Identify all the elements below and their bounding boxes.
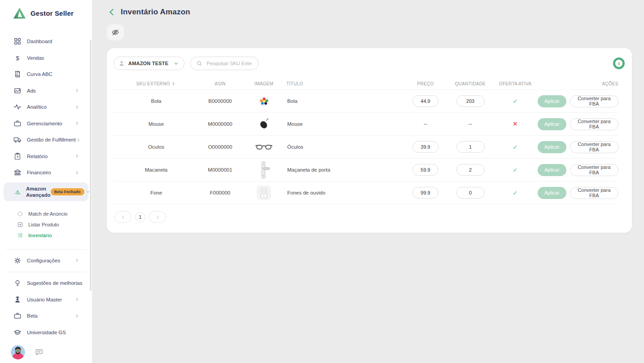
sidebar-item-label: Relatório <box>27 154 48 159</box>
chevron-left-icon <box>121 215 126 220</box>
cell-offer-status: ✓ <box>493 98 538 105</box>
sidebar-bottom-nav: Sugestões de melhorias Usuário Master Be… <box>0 275 92 341</box>
info-icon: i <box>613 57 625 70</box>
cell-title: Maçaneta de porta <box>286 167 403 173</box>
app-logo[interactable]: Gestor Seller <box>0 0 92 22</box>
convert-fba-button[interactable]: Converter para FBA <box>570 118 618 130</box>
cell-offer-status: ✓ <box>493 167 538 173</box>
hide-values-button[interactable] <box>107 24 124 40</box>
sidebar-subitem-label: Inventário <box>28 233 52 238</box>
sidebar-item-dashboard[interactable]: Dashboard <box>0 33 92 50</box>
cell-quantity <box>448 187 493 199</box>
sidebar-item-configuracoes[interactable]: Configurações <box>0 252 92 269</box>
door-handle-image <box>257 161 271 179</box>
column-header-sku-externo[interactable]: SKU EXTERNO <box>114 81 199 86</box>
amazon-icon: a <box>13 188 22 196</box>
cell-price <box>403 95 448 107</box>
match-icon <box>17 211 23 217</box>
curve-abc-icon <box>13 70 22 78</box>
apply-button[interactable]: Aplicar <box>538 95 566 107</box>
page-number[interactable]: 1 <box>135 212 145 222</box>
cell-price <box>403 164 448 176</box>
sidebar-item-label: Curva ABC <box>27 71 53 77</box>
eye-off-icon <box>111 28 119 36</box>
account-selector-value: AMAZON TESTE <box>128 61 168 66</box>
briefcase-icon <box>13 312 22 320</box>
convert-fba-button[interactable]: Converter para FBA <box>570 95 618 107</box>
sidebar-footer <box>0 345 92 363</box>
sidebar-item-financeiro[interactable]: Financeiro <box>0 164 92 181</box>
chevron-right-icon <box>74 258 79 263</box>
column-header-titulo: TÍTULO <box>286 81 403 86</box>
sidebar-item-label: Gestão de Fulfillment <box>27 137 76 142</box>
dollar-icon: $ <box>13 54 22 62</box>
account-selector[interactable]: AMAZON TESTE <box>114 57 184 70</box>
chat-icon[interactable] <box>35 348 44 357</box>
sidebar-item-label: Universidade GS <box>27 330 66 335</box>
sidebar-item-usuario-master[interactable]: Usuário Master <box>0 291 92 308</box>
quantity-input[interactable] <box>456 187 485 199</box>
quantity-input[interactable] <box>456 95 485 107</box>
report-icon: $ <box>13 152 22 160</box>
info-button[interactable]: i <box>613 57 625 70</box>
next-page-button[interactable] <box>149 211 166 223</box>
sidebar-item-gestao-de-fulfillment[interactable]: Gestão de Fulfillment <box>0 132 92 148</box>
cell-asin: F000000 <box>199 190 241 195</box>
sidebar-item-curva-abc[interactable]: Curva ABC <box>0 66 92 83</box>
briefcase-icon <box>13 120 22 128</box>
cell-title: Bola <box>286 98 403 104</box>
filter-row: AMAZON TESTE i <box>114 57 625 70</box>
sidebar-item-label: Gerenciamento <box>27 121 62 126</box>
table-body: Bola B0000000 Bola ✓ Aplicar Converter p… <box>114 89 618 204</box>
price-input[interactable] <box>412 164 438 176</box>
sidebar-item-universidade-gs[interactable]: Universidade GS <box>0 324 92 341</box>
sidebar-item-analitico[interactable]: Analítico <box>0 99 92 115</box>
sidebar-item-beta[interactable]: Beta <box>0 308 92 324</box>
price-input[interactable] <box>412 141 438 153</box>
back-button[interactable] <box>107 7 117 17</box>
user-avatar[interactable] <box>11 345 25 359</box>
sidebar-item-amazon-avancado[interactable]: a Amazon Avançado Beta Fechado <box>4 182 88 202</box>
quantity-input[interactable] <box>456 141 485 153</box>
convert-fba-button[interactable]: Converter para FBA <box>570 164 618 176</box>
search-input[interactable] <box>206 60 253 66</box>
sidebar-item-ads[interactable]: $ Ads <box>0 83 92 99</box>
cell-title: Mouse <box>286 121 403 127</box>
chevron-right-icon <box>74 170 79 175</box>
apply-button[interactable]: Aplicar <box>538 118 566 130</box>
sidebar-subitem-match-de-anuncio[interactable]: Match de Anúncio <box>0 208 92 219</box>
cell-sku: Fone <box>114 190 199 195</box>
cell-image <box>241 185 286 200</box>
cell-price <box>403 187 448 199</box>
gestor-seller-logo-icon <box>13 6 26 20</box>
sidebar-item-label: Analítico <box>27 104 47 110</box>
sidebar-scrollbar[interactable] <box>90 40 92 291</box>
table-row: Mouse M0000000 Mouse -- -- × Aplicar Con… <box>114 112 618 135</box>
prev-page-button[interactable] <box>114 211 131 223</box>
offer-inactive-cross-icon: × <box>513 120 517 128</box>
cell-price <box>403 141 448 153</box>
sidebar-subitem-listar-produto[interactable]: Listar Produto <box>0 219 92 230</box>
sidebar-subitem-inventario[interactable]: Inventário <box>0 230 92 241</box>
cell-actions: Aplicar Converter para FBA <box>538 164 618 176</box>
price-input[interactable] <box>412 187 438 199</box>
analytics-icon <box>13 103 22 111</box>
apply-button[interactable]: Aplicar <box>538 187 566 199</box>
chevron-right-icon <box>76 137 81 142</box>
apply-button[interactable]: Aplicar <box>538 164 566 176</box>
price-input[interactable] <box>412 95 438 107</box>
convert-fba-button[interactable]: Converter para FBA <box>570 141 618 153</box>
column-header-acoes: AÇÕES <box>538 81 618 86</box>
computer-mouse-image <box>257 117 271 131</box>
sidebar-item-vendas[interactable]: $ Vendas <box>0 50 92 66</box>
search-icon <box>196 60 202 66</box>
sidebar-item-sugestoes-de-melhorias[interactable]: Sugestões de melhorias <box>0 275 92 292</box>
quantity-input[interactable] <box>456 164 485 176</box>
cell-asin: B0000000 <box>199 98 241 104</box>
cell-quantity <box>448 141 493 153</box>
table-row: Bola B0000000 Bola ✓ Aplicar Converter p… <box>114 89 618 112</box>
sidebar-item-gerenciamento[interactable]: Gerenciamento <box>0 115 92 132</box>
convert-fba-button[interactable]: Converter para FBA <box>570 187 618 199</box>
apply-button[interactable]: Aplicar <box>538 141 566 153</box>
sidebar-item-relatorio[interactable]: $ Relatório <box>0 148 92 165</box>
